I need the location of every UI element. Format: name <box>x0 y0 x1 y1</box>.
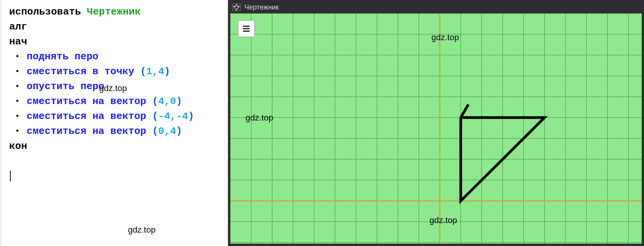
canvas-panel: Чертежник gdz.topgdz.topgdz.top <box>228 0 644 246</box>
canvas-titlebar: Чертежник <box>229 1 643 13</box>
code-editor-panel[interactable]: использовать Чертежник алг нач ▪ поднять… <box>0 0 228 246</box>
canvas-title: Чертежник <box>244 3 279 11</box>
coordinate-grid <box>230 13 642 244</box>
watermark: gdz.top <box>431 33 459 42</box>
code-line-vec2: ▪ сместиться на вектор (-4,-4) <box>9 109 220 124</box>
canvas-menu-button[interactable] <box>238 20 255 37</box>
watermark: gdz.top <box>429 215 457 225</box>
code-line-vec1: ▪ сместиться на вектор (4,0) <box>9 94 220 109</box>
canvas-drawing-area[interactable]: gdz.topgdz.topgdz.top <box>230 13 642 244</box>
code-line-moveto: ▪ сместиться в точку (1,4) <box>9 64 220 79</box>
watermark: gdz.top <box>246 113 273 123</box>
watermark: gdz.top <box>128 225 156 235</box>
hamburger-icon <box>241 24 251 34</box>
text-cursor <box>10 171 11 181</box>
code-line-vec3: ▪ сместиться на вектор (0,4) <box>9 124 220 139</box>
pin-icon <box>233 3 240 11</box>
code-line-end: кон <box>9 139 220 154</box>
watermark: gdz.top <box>99 83 127 93</box>
code-line-cursor <box>9 169 220 184</box>
code-line-blank <box>9 154 220 169</box>
code-line-penup: ▪ поднять перо <box>9 49 220 64</box>
code-line-alg: алг <box>9 20 220 34</box>
svg-rect-0 <box>230 13 642 244</box>
pin-button[interactable] <box>232 3 241 11</box>
code-line-begin: нач <box>9 34 220 49</box>
code-line-use: использовать Чертежник <box>9 5 220 20</box>
